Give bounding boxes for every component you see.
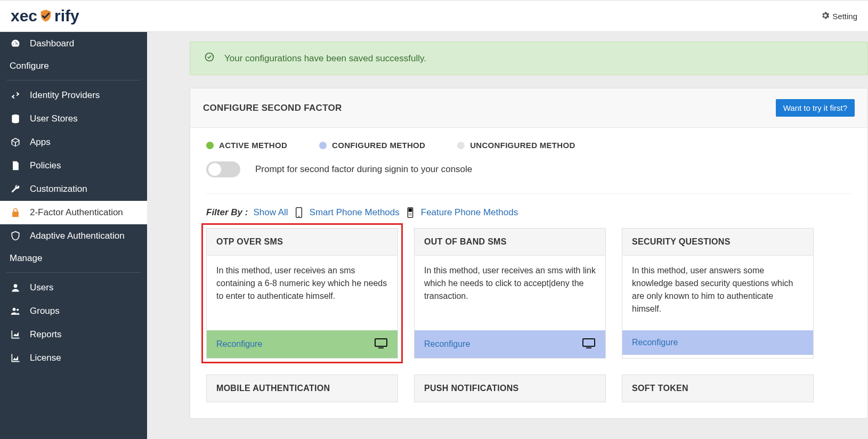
panel-header: CONFIGURE SECOND FACTOR Want to try it f… (190, 88, 867, 128)
monitor-icon (374, 338, 388, 351)
brand-pre: xec (11, 7, 37, 25)
user-icon (10, 282, 21, 293)
method-legend: ACTIVE METHOD CONFIGURED METHOD UNCONFIG… (190, 128, 867, 155)
topbar: xec rify Setting (0, 0, 868, 32)
svg-point-9 (409, 213, 409, 214)
smartphone-icon (295, 207, 303, 218)
sidebar: Dashboard Configure Identity Providers U… (0, 32, 147, 439)
try-it-first-button[interactable]: Want to try it first? (776, 99, 855, 117)
card-security-questions: SECURITY QUESTIONS In this method, user … (622, 228, 814, 359)
brand-post: rify (54, 7, 79, 25)
svg-point-3 (17, 308, 19, 311)
svg-point-10 (410, 213, 410, 214)
svg-point-2 (13, 308, 16, 311)
card-title: PUSH NOTIFICATIONS (415, 375, 605, 402)
chart-area-icon (10, 353, 21, 363)
box-icon (10, 137, 21, 148)
sidebar-item-label: Apps (30, 137, 51, 148)
dot-icon (206, 142, 214, 149)
card-footer: Reconfigure (622, 330, 813, 355)
sidebar-section-manage: Manage (0, 248, 147, 269)
divider (6, 80, 141, 80)
svg-rect-8 (408, 208, 412, 212)
gear-icon (821, 11, 830, 22)
card-soft-token: SOFT TOKEN (622, 375, 814, 402)
panel-title: CONFIGURE SECOND FACTOR (203, 103, 342, 113)
monitor-icon (582, 338, 596, 351)
card-footer: Reconfigure (415, 330, 605, 358)
reconfigure-link[interactable]: Reconfigure (424, 339, 470, 349)
svg-point-12 (409, 215, 409, 215)
sidebar-item-reports[interactable]: Reports (0, 323, 147, 346)
main-content: Your configurations have been saved succ… (147, 32, 868, 439)
toggle-label: Prompt for second factor during signin t… (255, 164, 472, 175)
sidebar-item-policies[interactable]: Policies (0, 154, 147, 177)
svg-rect-16 (583, 339, 595, 346)
divider (6, 272, 141, 273)
feature-phone-icon (406, 207, 415, 218)
sidebar-item-label: Dashboard (30, 38, 74, 49)
method-cards-row2: MOBILE AUTHENTICATION PUSH NOTIFICATIONS… (206, 375, 851, 402)
sidebar-item-label: License (30, 353, 61, 363)
sidebar-item-label: Policies (30, 160, 61, 171)
sidebar-item-label: User Stores (30, 113, 78, 124)
sidebar-item-identity-providers[interactable]: Identity Providers (0, 84, 147, 107)
card-title: MOBILE AUTHENTICATION (207, 375, 398, 402)
filter-feature-phone[interactable]: Feature Phone Methods (421, 207, 518, 218)
filter-show-all[interactable]: Show All (253, 207, 288, 218)
reconfigure-link[interactable]: Reconfigure (216, 339, 262, 349)
card-footer: Reconfigure (207, 330, 398, 358)
legend-unconfigured: UNCONFIGURED METHOD (457, 141, 575, 150)
sidebar-item-label: Identity Providers (30, 90, 100, 101)
sidebar-item-label: Groups (30, 306, 60, 316)
sidebar-item-label: Reports (30, 329, 62, 340)
database-icon (10, 113, 21, 124)
configure-second-factor-panel: CONFIGURE SECOND FACTOR Want to try it f… (190, 88, 868, 419)
check-circle-icon (204, 52, 215, 65)
card-body: In this method, user answers some knowle… (622, 256, 813, 330)
legend-configured: CONFIGURED METHOD (319, 141, 425, 150)
sidebar-item-dashboard[interactable]: Dashboard (0, 32, 147, 55)
filter-label: Filter By : (206, 207, 248, 218)
sidebar-item-license[interactable]: License (0, 346, 147, 370)
filter-row: Filter By : Show All Smart Phone Methods… (206, 207, 851, 218)
card-push-notifications: PUSH NOTIFICATIONS (414, 375, 606, 402)
svg-point-13 (410, 215, 410, 215)
svg-point-1 (14, 284, 18, 288)
legend-active: ACTIVE METHOD (206, 141, 287, 150)
dot-icon (457, 142, 465, 149)
sidebar-section-configure: Configure (0, 55, 147, 77)
shield-icon (38, 9, 53, 23)
svg-point-11 (411, 213, 411, 214)
card-mobile-authentication: MOBILE AUTHENTICATION (206, 375, 398, 402)
sidebar-item-users[interactable]: Users (0, 276, 147, 299)
lock-icon (10, 207, 21, 218)
card-title: SECURITY QUESTIONS (622, 229, 813, 256)
sidebar-item-2fa[interactable]: 2-Factor Authentication (0, 201, 147, 224)
card-otp-over-sms: OTP OVER SMS In this method, user receiv… (206, 228, 398, 359)
settings-link[interactable]: Setting (821, 11, 857, 22)
sidebar-item-label: Users (30, 282, 53, 293)
sidebar-item-groups[interactable]: Groups (0, 299, 147, 323)
sidebar-item-label: 2-Factor Authentication (30, 207, 123, 218)
card-title: SOFT TOKEN (622, 375, 813, 402)
brand-logo: xec rify (11, 7, 79, 25)
card-out-of-band-sms: OUT OF BAND SMS In this method, user rec… (414, 228, 606, 359)
sidebar-item-user-stores[interactable]: User Stores (0, 107, 147, 131)
svg-point-14 (411, 215, 411, 215)
sidebar-item-customization[interactable]: Customization (0, 177, 147, 201)
card-title: OUT OF BAND SMS (415, 229, 605, 256)
prompt-toggle-row: Prompt for second factor during signin t… (190, 155, 867, 189)
settings-label: Setting (832, 12, 857, 21)
sidebar-item-apps[interactable]: Apps (0, 131, 147, 154)
prompt-toggle[interactable] (206, 161, 240, 177)
card-body: In this method, user receives an sms con… (207, 256, 398, 330)
shield-outline-icon (10, 231, 21, 241)
toggle-knob (208, 163, 221, 176)
reconfigure-link[interactable]: Reconfigure (632, 338, 678, 347)
sidebar-item-label: Customization (30, 184, 87, 194)
card-body: In this method, user receives an sms wit… (415, 256, 605, 330)
method-cards-row1: OTP OVER SMS In this method, user receiv… (206, 228, 851, 359)
sidebar-item-adaptive[interactable]: Adaptive Authentication (0, 224, 147, 248)
filter-smart-phone[interactable]: Smart Phone Methods (310, 207, 400, 218)
